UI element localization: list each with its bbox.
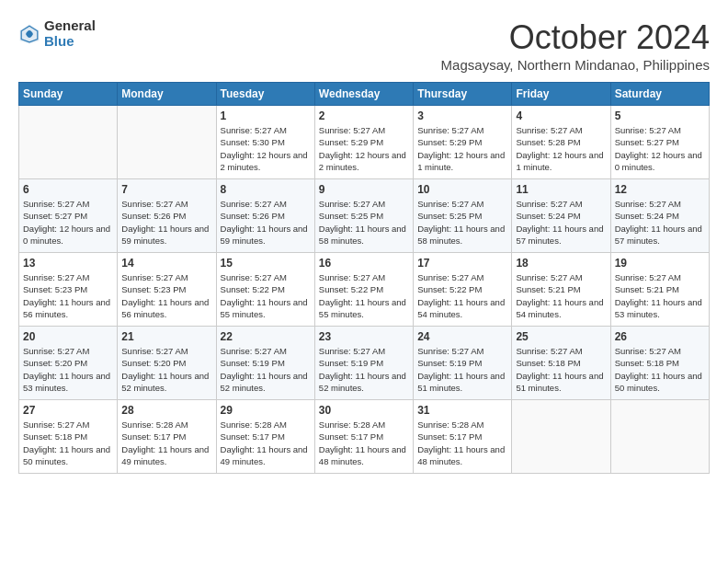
calendar-cell (512, 400, 610, 474)
day-number: 11 (516, 183, 606, 196)
day-number: 7 (121, 183, 211, 196)
day-number: 1 (221, 109, 311, 122)
day-number: 12 (615, 183, 705, 196)
day-number: 16 (319, 257, 409, 270)
calendar-cell: 5Sunrise: 5:27 AMSunset: 5:27 PMDaylight… (610, 106, 709, 179)
day-number: 4 (516, 109, 606, 122)
day-info: Sunrise: 5:27 AMSunset: 5:24 PMDaylight:… (516, 198, 606, 247)
logo-general-text: General (44, 18, 96, 34)
day-info: Sunrise: 5:27 AMSunset: 5:26 PMDaylight:… (221, 198, 311, 247)
calendar-cell: 14Sunrise: 5:27 AMSunset: 5:23 PMDayligh… (118, 253, 216, 327)
calendar-week-5: 27Sunrise: 5:27 AMSunset: 5:18 PMDayligh… (19, 400, 710, 474)
calendar-cell: 25Sunrise: 5:27 AMSunset: 5:18 PMDayligh… (512, 327, 610, 400)
day-number: 30 (319, 404, 409, 417)
calendar-cell: 31Sunrise: 5:28 AMSunset: 5:17 PMDayligh… (414, 400, 512, 474)
day-number: 23 (319, 330, 409, 343)
day-info: Sunrise: 5:28 AMSunset: 5:17 PMDaylight:… (417, 419, 507, 467)
day-info: Sunrise: 5:27 AMSunset: 5:18 PMDaylight:… (615, 345, 705, 394)
day-info: Sunrise: 5:27 AMSunset: 5:22 PMDaylight:… (221, 271, 311, 320)
day-info: Sunrise: 5:27 AMSunset: 5:19 PMDaylight:… (417, 345, 507, 394)
day-number: 14 (121, 257, 211, 270)
day-info: Sunrise: 5:27 AMSunset: 5:20 PMDaylight:… (23, 345, 113, 394)
calendar-cell: 30Sunrise: 5:28 AMSunset: 5:17 PMDayligh… (314, 400, 413, 474)
day-number: 15 (221, 257, 311, 270)
day-info: Sunrise: 5:27 AMSunset: 5:29 PMDaylight:… (319, 124, 409, 173)
day-number: 18 (516, 257, 606, 270)
logo-blue-text: Blue (44, 34, 96, 50)
calendar-cell: 9Sunrise: 5:27 AMSunset: 5:25 PMDaylight… (314, 179, 413, 253)
calendar-cell (118, 106, 216, 179)
day-info: Sunrise: 5:27 AMSunset: 5:29 PMDaylight:… (417, 124, 507, 173)
calendar-body: 1Sunrise: 5:27 AMSunset: 5:30 PMDaylight… (19, 106, 710, 474)
day-info: Sunrise: 5:27 AMSunset: 5:22 PMDaylight:… (319, 271, 409, 320)
calendar-cell: 27Sunrise: 5:27 AMSunset: 5:18 PMDayligh… (19, 400, 118, 474)
calendar-cell: 15Sunrise: 5:27 AMSunset: 5:22 PMDayligh… (216, 253, 314, 327)
day-header-friday: Friday (512, 83, 610, 106)
day-info: Sunrise: 5:27 AMSunset: 5:19 PMDaylight:… (221, 345, 311, 394)
day-number: 22 (221, 330, 311, 343)
day-info: Sunrise: 5:28 AMSunset: 5:17 PMDaylight:… (319, 419, 409, 467)
page-header: General Blue October 2024 Magsaysay, Nor… (18, 18, 710, 73)
day-info: Sunrise: 5:27 AMSunset: 5:27 PMDaylight:… (23, 198, 113, 247)
calendar-cell: 29Sunrise: 5:28 AMSunset: 5:17 PMDayligh… (216, 400, 314, 474)
day-info: Sunrise: 5:28 AMSunset: 5:17 PMDaylight:… (221, 419, 311, 467)
day-header-monday: Monday (118, 83, 216, 106)
calendar-cell: 19Sunrise: 5:27 AMSunset: 5:21 PMDayligh… (610, 253, 709, 327)
calendar-cell: 13Sunrise: 5:27 AMSunset: 5:23 PMDayligh… (19, 253, 118, 327)
day-header-saturday: Saturday (610, 83, 709, 106)
calendar-week-2: 6Sunrise: 5:27 AMSunset: 5:27 PMDaylight… (19, 179, 710, 253)
calendar-cell: 7Sunrise: 5:27 AMSunset: 5:26 PMDaylight… (118, 179, 216, 253)
day-info: Sunrise: 5:28 AMSunset: 5:17 PMDaylight:… (121, 419, 211, 467)
calendar-cell: 26Sunrise: 5:27 AMSunset: 5:18 PMDayligh… (610, 327, 709, 400)
calendar-cell: 8Sunrise: 5:27 AMSunset: 5:26 PMDaylight… (216, 179, 314, 253)
calendar-cell: 20Sunrise: 5:27 AMSunset: 5:20 PMDayligh… (19, 327, 118, 400)
day-info: Sunrise: 5:27 AMSunset: 5:24 PMDaylight:… (615, 198, 705, 247)
day-header-sunday: Sunday (19, 83, 118, 106)
day-number: 8 (221, 183, 311, 196)
calendar-cell: 10Sunrise: 5:27 AMSunset: 5:25 PMDayligh… (414, 179, 512, 253)
logo: General Blue (18, 18, 96, 49)
day-number: 10 (417, 183, 507, 196)
calendar-cell: 16Sunrise: 5:27 AMSunset: 5:22 PMDayligh… (314, 253, 413, 327)
calendar-cell: 3Sunrise: 5:27 AMSunset: 5:29 PMDaylight… (414, 106, 512, 179)
logo-text: General Blue (44, 18, 96, 49)
day-number: 2 (319, 109, 409, 122)
day-info: Sunrise: 5:27 AMSunset: 5:25 PMDaylight:… (319, 198, 409, 247)
calendar-cell (19, 106, 118, 179)
day-header-tuesday: Tuesday (216, 83, 314, 106)
day-number: 29 (221, 404, 311, 417)
day-info: Sunrise: 5:27 AMSunset: 5:30 PMDaylight:… (221, 124, 311, 173)
day-info: Sunrise: 5:27 AMSunset: 5:21 PMDaylight:… (516, 271, 606, 320)
calendar-cell: 12Sunrise: 5:27 AMSunset: 5:24 PMDayligh… (610, 179, 709, 253)
calendar-header-row: SundayMondayTuesdayWednesdayThursdayFrid… (19, 83, 710, 106)
day-number: 31 (417, 404, 507, 417)
calendar-cell: 18Sunrise: 5:27 AMSunset: 5:21 PMDayligh… (512, 253, 610, 327)
calendar-cell: 21Sunrise: 5:27 AMSunset: 5:20 PMDayligh… (118, 327, 216, 400)
day-info: Sunrise: 5:27 AMSunset: 5:26 PMDaylight:… (121, 198, 211, 247)
day-number: 17 (417, 257, 507, 270)
title-area: October 2024 Magsaysay, Northern Mindana… (441, 18, 710, 73)
day-number: 19 (615, 257, 705, 270)
day-info: Sunrise: 5:27 AMSunset: 5:20 PMDaylight:… (121, 345, 211, 394)
calendar-cell: 22Sunrise: 5:27 AMSunset: 5:19 PMDayligh… (216, 327, 314, 400)
day-number: 3 (417, 109, 507, 122)
day-number: 25 (516, 330, 606, 343)
logo-icon (18, 23, 40, 45)
day-number: 6 (23, 183, 113, 196)
calendar-cell: 23Sunrise: 5:27 AMSunset: 5:19 PMDayligh… (314, 327, 413, 400)
calendar-week-1: 1Sunrise: 5:27 AMSunset: 5:30 PMDaylight… (19, 106, 710, 179)
day-info: Sunrise: 5:27 AMSunset: 5:28 PMDaylight:… (516, 124, 606, 173)
day-number: 27 (23, 404, 113, 417)
day-number: 9 (319, 183, 409, 196)
day-header-wednesday: Wednesday (314, 83, 413, 106)
day-number: 13 (23, 257, 113, 270)
day-info: Sunrise: 5:27 AMSunset: 5:18 PMDaylight:… (516, 345, 606, 394)
calendar-cell: 24Sunrise: 5:27 AMSunset: 5:19 PMDayligh… (414, 327, 512, 400)
calendar-cell: 11Sunrise: 5:27 AMSunset: 5:24 PMDayligh… (512, 179, 610, 253)
day-info: Sunrise: 5:27 AMSunset: 5:21 PMDaylight:… (615, 271, 705, 320)
calendar-cell: 1Sunrise: 5:27 AMSunset: 5:30 PMDaylight… (216, 106, 314, 179)
calendar-cell (610, 400, 709, 474)
day-info: Sunrise: 5:27 AMSunset: 5:19 PMDaylight:… (319, 345, 409, 394)
calendar-week-4: 20Sunrise: 5:27 AMSunset: 5:20 PMDayligh… (19, 327, 710, 400)
day-info: Sunrise: 5:27 AMSunset: 5:23 PMDaylight:… (23, 271, 113, 320)
